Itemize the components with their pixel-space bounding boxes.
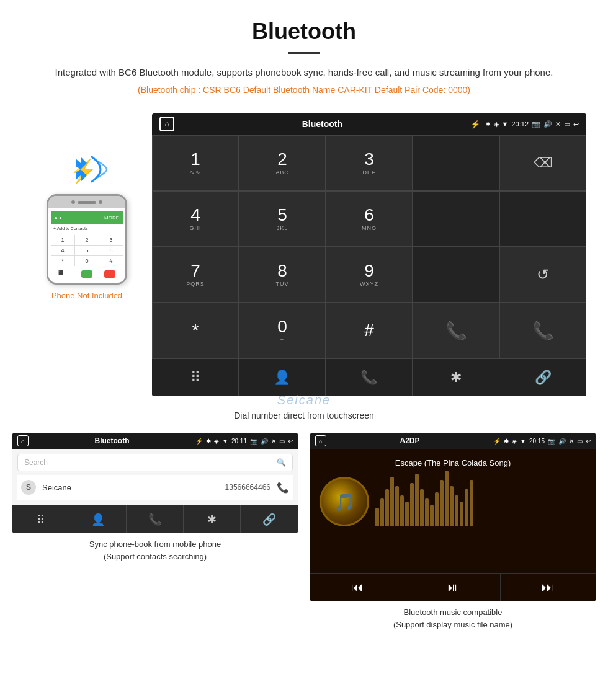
phonebook-content: Search 🔍 S Seicane 13566664466 📞	[12, 449, 298, 505]
phone-key-4[interactable]: 4	[51, 246, 74, 255]
viz-bar	[465, 489, 468, 526]
music-time: 20:15	[529, 438, 545, 445]
phonebook-nav: ⠿ 👤 📞 ✱ 🔗	[12, 505, 298, 533]
dial-call-red[interactable]: 📞	[499, 303, 586, 358]
phone-top-bar	[48, 196, 125, 208]
dial-key-1[interactable]: 1 ∿∿	[152, 135, 239, 191]
music-win-icon[interactable]: ▭	[577, 438, 583, 445]
dial-num-3: 3	[364, 151, 374, 168]
music-status-bar: ⌂ A2DP ⚡ ✱ ◈ ▼ 20:15 📷 🔊 ✕ ▭ ↩	[310, 433, 596, 449]
phone-end-btn[interactable]	[104, 270, 115, 278]
phonebook-home-icon[interactable]: ⌂	[17, 435, 29, 446]
dial-letters-3: DEF	[363, 169, 376, 175]
dial-letters-2: ABC	[275, 169, 289, 175]
dial-key-6[interactable]: 6 MNO	[326, 191, 413, 247]
pb-nav-grid[interactable]: ⠿	[12, 505, 69, 533]
phone-key-1[interactable]: 1	[51, 235, 74, 245]
dial-letters-0: +	[280, 337, 284, 343]
window-icon[interactable]: ▭	[564, 120, 570, 128]
dial-key-8[interactable]: 8 TUV	[239, 247, 326, 303]
dial-key-5[interactable]: 5 JKL	[239, 191, 326, 247]
location-icon: ◈	[494, 120, 499, 128]
dial-num-9: 9	[364, 262, 374, 280]
phonebook-device: ⌂ Bluetooth ⚡ ✱ ◈ ▼ 20:11 📷 🔊 ✕ ▭ ↩	[12, 433, 298, 533]
phonebook-bt-icon: ✱	[206, 438, 211, 445]
phone-back-btn[interactable]: ⬛	[58, 270, 69, 278]
phone-key-star[interactable]: *	[51, 256, 74, 266]
contact-row[interactable]: S Seicane 13566664466 📞	[17, 475, 293, 500]
pb-nav-contacts[interactable]: 👤	[69, 505, 127, 533]
back-icon[interactable]: ↩	[573, 120, 579, 128]
dial-call-green[interactable]: 📞	[413, 303, 499, 358]
music-play-btn[interactable]: ⏯	[405, 574, 500, 601]
phone-key-3[interactable]: 3	[99, 235, 123, 245]
dial-key-9[interactable]: 9 WXYZ	[326, 247, 413, 303]
dialpad-nav-grid[interactable]: ⠿	[152, 359, 239, 396]
music-next-btn[interactable]: ⏭	[501, 574, 596, 601]
volume-icon: 🔊	[543, 120, 552, 128]
music-wifi-icon: ▼	[520, 438, 526, 445]
phone-key-6[interactable]: 6	[99, 246, 123, 255]
viz-bar	[460, 502, 463, 526]
dial-empty-3	[499, 191, 586, 247]
pb-nav-link[interactable]: 🔗	[241, 505, 298, 533]
dial-letters-7: PQRS	[186, 281, 205, 287]
page-title: Bluetooth	[37, 19, 571, 45]
phone-key-0[interactable]: 0	[75, 256, 99, 266]
page-description: Integrated with BC6 Bluetooth module, su…	[37, 65, 571, 80]
search-icon[interactable]: 🔍	[277, 458, 286, 467]
phone-keypad: 1 2 3 4 5 6 * 0 #	[51, 235, 123, 266]
dialpad-nav-link[interactable]: 🔗	[499, 359, 586, 396]
viz-bar	[395, 486, 399, 526]
pb-nav-phone[interactable]: 📞	[127, 505, 184, 533]
phone-key-2[interactable]: 2	[75, 235, 99, 245]
music-back-icon[interactable]: ↩	[586, 438, 591, 445]
music-home-icon[interactable]: ⌂	[315, 435, 326, 446]
phonebook-caption-line2: (Support contacts searching)	[104, 552, 207, 561]
contact-phone: 13566664466	[225, 483, 270, 492]
search-placeholder: Search	[24, 458, 48, 467]
home-icon[interactable]: ⌂	[159, 117, 174, 131]
pb-nav-bluetooth[interactable]: ✱	[184, 505, 241, 533]
dialpad-nav-contacts[interactable]: 👤	[239, 359, 326, 396]
dial-letters-1: ∿∿	[190, 169, 201, 175]
phone-bar-label: ● ●	[55, 215, 62, 221]
call-green-icon: 📞	[445, 321, 467, 341]
phonebook-win-icon[interactable]: ▭	[279, 438, 285, 445]
contact-call-icon[interactable]: 📞	[277, 482, 289, 494]
dial-empty-4	[413, 247, 499, 303]
dialpad-nav-phone[interactable]: 📞	[326, 359, 413, 396]
phonebook-app-title: Bluetooth	[32, 436, 192, 445]
viz-bar	[455, 495, 458, 526]
dial-key-7[interactable]: 7 PQRS	[152, 247, 239, 303]
dial-key-4[interactable]: 4 GHI	[152, 191, 239, 247]
phone-screen: ● ● MORE + Add to Contacts 1 2 3 4 5 6 *	[48, 208, 125, 283]
dial-key-2[interactable]: 2 ABC	[239, 135, 326, 191]
dial-hash: #	[364, 322, 374, 339]
music-vol-icon: 🔊	[558, 438, 566, 445]
dial-refresh[interactable]: ↺	[499, 247, 586, 303]
phonebook-close-icon[interactable]: ✕	[271, 438, 276, 445]
dial-key-hash[interactable]: #	[326, 303, 413, 358]
dial-caption: Dial number direct from touchscreen	[234, 410, 374, 420]
phone-key-5[interactable]: 5	[75, 246, 99, 255]
dialpad-nav-bluetooth[interactable]: ✱	[413, 359, 499, 396]
music-album-area: 🎵	[320, 477, 586, 526]
dial-backspace[interactable]: ⌫	[499, 135, 586, 191]
viz-bar	[375, 508, 379, 526]
phone-key-hash[interactable]: #	[99, 256, 123, 266]
music-prev-btn[interactable]: ⏮	[310, 574, 405, 601]
close-icon[interactable]: ✕	[555, 120, 561, 128]
dial-key-3[interactable]: 3 DEF	[326, 135, 413, 191]
viz-bar	[415, 474, 419, 526]
dial-key-0[interactable]: 0 +	[239, 303, 326, 358]
phonebook-wifi-icon: ▼	[222, 438, 228, 445]
phone-call-btn[interactable]	[81, 270, 92, 278]
phonebook-back-icon[interactable]: ↩	[288, 438, 293, 445]
camera-icon: 📷	[532, 120, 540, 128]
music-close-icon[interactable]: ✕	[569, 438, 574, 445]
viz-bar	[410, 483, 414, 526]
dial-key-star[interactable]: *	[152, 303, 239, 358]
search-bar[interactable]: Search 🔍	[17, 454, 293, 471]
usb-icon: ⚡	[470, 120, 480, 129]
